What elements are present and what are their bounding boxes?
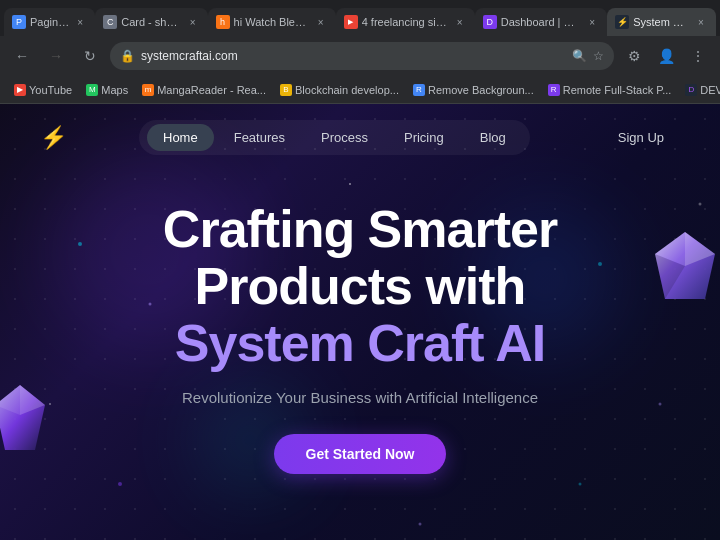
tab-close[interactable]: ×: [694, 15, 708, 29]
address-icons: 🔍 ☆: [572, 49, 604, 63]
nav-link-home[interactable]: Home: [147, 124, 214, 151]
bookmark-label: Maps: [101, 84, 128, 96]
tab-title: Paginatio...: [30, 16, 69, 28]
bookmark-label: DEV Community: [700, 84, 720, 96]
bookmark-label: MangaReader - Rea...: [157, 84, 266, 96]
website-content: ⚡ Home Features Process Pricing Blog Sig…: [0, 104, 720, 540]
tab-favicon: P: [12, 15, 26, 29]
browser-window: P Paginatio... × C Card - shadcn/ui × h …: [0, 0, 720, 540]
tab-dashboard[interactable]: D Dashboard | Contra... ×: [475, 8, 607, 36]
tab-card[interactable]: C Card - shadcn/ui ×: [95, 8, 207, 36]
nav-link-features[interactable]: Features: [218, 124, 301, 151]
bookmark-label: Remote Full-Stack P...: [563, 84, 672, 96]
bookmark-star-icon[interactable]: ☆: [593, 49, 604, 63]
bookmark-favicon: ▶: [14, 84, 26, 96]
bookmark-maps[interactable]: M Maps: [80, 82, 134, 98]
bookmarks-bar: ▶ YouTube M Maps m MangaReader - Rea... …: [0, 76, 720, 104]
bookmark-favicon: D: [685, 84, 697, 96]
bookmark-label: Blockchain develop...: [295, 84, 399, 96]
back-button[interactable]: ←: [8, 42, 36, 70]
svg-point-9: [419, 523, 422, 526]
tab-paginatio[interactable]: P Paginatio... ×: [4, 8, 95, 36]
bookmark-youtube[interactable]: ▶ YouTube: [8, 82, 78, 98]
address-bar[interactable]: 🔒 systemcraftai.com 🔍 ☆: [110, 42, 614, 70]
site-nav: ⚡ Home Features Process Pricing Blog Sig…: [0, 104, 720, 171]
tab-title: Dashboard | Contra...: [501, 16, 581, 28]
tab-favicon: D: [483, 15, 497, 29]
forward-button[interactable]: →: [42, 42, 70, 70]
menu-button[interactable]: ⋮: [684, 42, 712, 70]
tab-favicon: h: [216, 15, 230, 29]
nav-links: Home Features Process Pricing Blog: [139, 120, 530, 155]
profile-button[interactable]: 👤: [652, 42, 680, 70]
bookmark-blockchain[interactable]: B Blockchain develop...: [274, 82, 405, 98]
tab-close[interactable]: ×: [314, 15, 328, 29]
bookmark-label: YouTube: [29, 84, 72, 96]
bookmark-favicon: R: [413, 84, 425, 96]
nav-link-process[interactable]: Process: [305, 124, 384, 151]
address-bar-row: ← → ↻ 🔒 systemcraftai.com 🔍 ☆ ⚙ 👤 ⋮: [0, 36, 720, 76]
tab-close[interactable]: ×: [585, 15, 599, 29]
bookmark-favicon: R: [548, 84, 560, 96]
nav-link-pricing[interactable]: Pricing: [388, 124, 460, 151]
signup-button[interactable]: Sign Up: [602, 124, 680, 151]
tab-favicon: ⚡: [615, 15, 629, 29]
bookmark-favicon: m: [142, 84, 154, 96]
url-text: systemcraftai.com: [141, 49, 566, 63]
hero-section: Crafting Smarter Products with System Cr…: [0, 181, 720, 494]
tab-title: Card - shadcn/ui: [121, 16, 181, 28]
bookmark-favicon: B: [280, 84, 292, 96]
tab-bar: P Paginatio... × C Card - shadcn/ui × h …: [0, 0, 720, 36]
bookmark-label: Remove Backgroun...: [428, 84, 534, 96]
reload-button[interactable]: ↻: [76, 42, 104, 70]
hero-subtitle: Revolutionize Your Business with Artific…: [182, 389, 538, 406]
tab-title: System Craft AI: [633, 16, 690, 28]
tab-favicon: ▶: [344, 15, 358, 29]
tab-title: 4 freelancing sites | u...: [362, 16, 449, 28]
hero-title-line2: Products with: [195, 257, 526, 315]
tab-close[interactable]: ×: [453, 15, 467, 29]
tab-watch-bleach[interactable]: h hi Watch Bleach: T... ×: [208, 8, 336, 36]
tab-close[interactable]: ×: [186, 15, 200, 29]
lock-icon: 🔒: [120, 49, 135, 63]
hero-title: Crafting Smarter Products with System Cr…: [163, 201, 557, 373]
bookmark-favicon: M: [86, 84, 98, 96]
tab-favicon: C: [103, 15, 117, 29]
tab-freelancing[interactable]: ▶ 4 freelancing sites | u... ×: [336, 8, 475, 36]
extensions-button[interactable]: ⚙: [620, 42, 648, 70]
tab-close[interactable]: ×: [73, 15, 87, 29]
bookmark-remote[interactable]: R Remote Full-Stack P...: [542, 82, 678, 98]
cta-button[interactable]: Get Started Now: [274, 434, 447, 474]
browser-actions: ⚙ 👤 ⋮: [620, 42, 712, 70]
tab-title: hi Watch Bleach: T...: [234, 16, 310, 28]
bookmark-remove-bg[interactable]: R Remove Backgroun...: [407, 82, 540, 98]
bookmark-mangareader[interactable]: m MangaReader - Rea...: [136, 82, 272, 98]
hero-title-line1: Crafting Smarter: [163, 200, 557, 258]
search-icon: 🔍: [572, 49, 587, 63]
bookmark-dev-community[interactable]: D DEV Community: [679, 82, 720, 98]
site-logo: ⚡: [40, 125, 67, 151]
hero-title-line3: System Craft AI: [175, 314, 545, 372]
nav-link-blog[interactable]: Blog: [464, 124, 522, 151]
tab-system-craft[interactable]: ⚡ System Craft AI ×: [607, 8, 716, 36]
